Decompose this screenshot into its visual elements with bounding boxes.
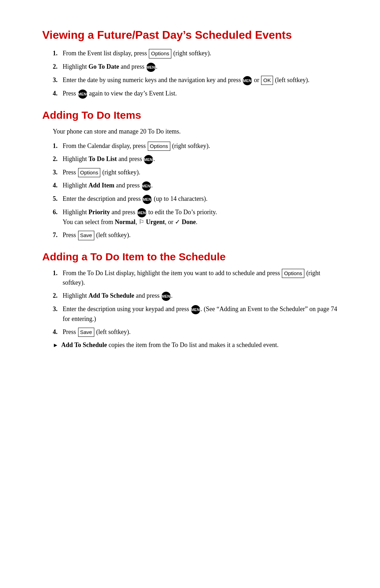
step-3-2: 2. Highlight Add To Schedule and press M…: [53, 291, 338, 301]
menu-ok-icon: MENUOK: [142, 195, 152, 204]
step-content: From the To Do List display, highlight t…: [63, 268, 338, 288]
term-urgent: Urgent: [146, 218, 165, 225]
term-priority: Priority: [89, 209, 110, 216]
step-content: From the Calendar display, press Options…: [63, 141, 338, 151]
section-adding-schedule: Adding a To Do Item to the Schedule 1. F…: [42, 251, 338, 350]
step-content: Enter the description using your keypad …: [63, 304, 338, 324]
step-content: Press Save (left softkey).: [63, 230, 338, 240]
step-content: Press MENUOK again to view the day’s Eve…: [63, 89, 338, 99]
term-todo-list: To Do List: [89, 155, 117, 162]
step-number: 1.: [53, 268, 63, 278]
section2-heading: Adding To Do Items: [42, 109, 338, 121]
section1-steps: 1. From the Event list display, press Op…: [53, 49, 338, 98]
step-2-7: 7. Press Save (left softkey).: [53, 230, 338, 240]
section1-heading: Viewing a Future/Past Day’s Scheduled Ev…: [42, 28, 338, 42]
step-content: Enter the date by using numeric keys and…: [63, 75, 338, 85]
step-1-2: 2. Highlight Go To Date and press MENUOK…: [53, 62, 338, 72]
step-number: 1.: [53, 49, 63, 58]
term-add-item: Add Item: [89, 182, 115, 189]
step-number: 1.: [53, 141, 63, 151]
section-adding-todo: Adding To Do Items Your phone can store …: [42, 109, 338, 240]
menu-ok-icon: MENUOK: [144, 155, 153, 164]
step-1-3: 3. Enter the date by using numeric keys …: [53, 75, 338, 85]
bullet-add-to-schedule: ► Add To Schedule copies the item from t…: [53, 340, 338, 350]
step-number: 2.: [53, 154, 63, 164]
step-2-3: 3. Press Options (right softkey).: [53, 168, 338, 178]
save-btn: Save: [78, 328, 94, 337]
ok-btn: OK: [261, 76, 273, 85]
menu-ok-icon: MENUOK: [191, 305, 200, 314]
step-number: 2.: [53, 62, 63, 72]
step-content: From the Event list display, press Optio…: [63, 49, 338, 58]
step-2-5: 5. Enter the description and press MENUO…: [53, 194, 338, 204]
step-number: 3.: [53, 304, 63, 314]
section3-steps: 1. From the To Do List display, highligh…: [53, 268, 338, 337]
step-content: Highlight Priority and press MENUOK to e…: [63, 208, 338, 227]
menu-ok-icon: MENUOK: [146, 63, 156, 72]
section3-heading: Adding a To Do Item to the Schedule: [42, 251, 338, 263]
term-add-to-schedule-bullet: Add To Schedule: [61, 341, 107, 348]
step-3-1: 1. From the To Do List display, highligh…: [53, 268, 338, 288]
step-content: Highlight Add To Schedule and press MENU…: [63, 291, 338, 301]
menu-ok-icon: MENUOK: [78, 89, 87, 99]
step-content: Enter the description and press MENUOK (…: [63, 194, 338, 204]
menu-ok-icon: MENUOK: [162, 292, 171, 301]
step-number: 6.: [53, 208, 63, 217]
step-2-4: 4. Highlight Add Item and press MENUOK.: [53, 181, 338, 191]
step-3-4: 4. Press Save (left softkey).: [53, 327, 338, 337]
step-number: 4.: [53, 181, 63, 190]
step-2-1: 1. From the Calendar display, press Opti…: [53, 141, 338, 151]
menu-ok-icon: MENUOK: [137, 208, 146, 217]
step-3-3: 3. Enter the description using your keyp…: [53, 304, 338, 324]
page-wrapper: Viewing a Future/Past Day’s Scheduled Ev…: [42, 28, 338, 588]
step-content: Highlight Go To Date and press MENUOK.: [63, 62, 338, 72]
section2-steps: 1. From the Calendar display, press Opti…: [53, 141, 338, 240]
step-content: Highlight Add Item and press MENUOK.: [63, 181, 338, 191]
term-go-to-date: Go To Date: [89, 63, 119, 70]
step-1-1: 1. From the Event list display, press Op…: [53, 49, 338, 58]
bullet-arrow-icon: ►: [53, 341, 58, 349]
options-btn: Options: [78, 168, 101, 178]
section-viewing: Viewing a Future/Past Day’s Scheduled Ev…: [42, 28, 338, 99]
step-number: 3.: [53, 168, 63, 177]
step-2-2: 2. Highlight To Do List and press MENUOK…: [53, 154, 338, 164]
menu-ok-icon: MENUOK: [243, 76, 252, 85]
step-2-6: 6. Highlight Priority and press MENUOK t…: [53, 208, 338, 227]
options-btn: Options: [282, 269, 304, 278]
options-btn: Options: [148, 142, 170, 151]
options-btn: Options: [149, 49, 171, 58]
step-number: 2.: [53, 291, 63, 301]
section2-intro: Your phone can store and manage 20 To Do…: [53, 127, 338, 136]
bullet-content: Add To Schedule copies the item from the…: [61, 340, 279, 350]
step-number: 7.: [53, 230, 63, 240]
step-content: Highlight To Do List and press MENUOK.: [63, 154, 338, 164]
save-btn: Save: [78, 231, 94, 240]
step-number: 4.: [53, 89, 63, 98]
term-done: Done: [182, 218, 196, 225]
step-number: 5.: [53, 194, 63, 204]
step-number: 3.: [53, 75, 63, 85]
menu-ok-icon: MENUOK: [142, 181, 151, 191]
term-normal: Normal: [115, 218, 135, 225]
step-number: 4.: [53, 327, 63, 337]
step-content: Press Options (right softkey).: [63, 168, 338, 178]
term-add-to-schedule: Add To Schedule: [89, 292, 134, 299]
step-content: Press Save (left softkey).: [63, 327, 338, 337]
step-1-4: 4. Press MENUOK again to view the day’s …: [53, 89, 338, 99]
